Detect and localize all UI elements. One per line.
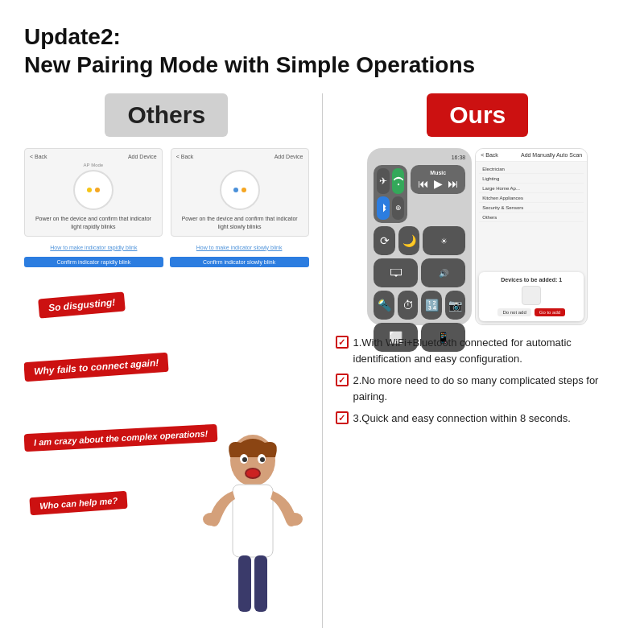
device-circle-1	[73, 170, 114, 210]
cc-time: 16:38	[374, 155, 465, 160]
go-to-add-button[interactable]: Go to add	[535, 308, 565, 316]
svg-point-2	[203, 513, 219, 526]
feature-item-1: 1.With WiFi+Bluetooth connected for auto…	[336, 335, 621, 366]
adp-title: Add Manually Auto Scan	[521, 152, 582, 158]
cc-camera-icon: 📷	[445, 291, 466, 320]
feature-check-1	[336, 336, 349, 349]
cat-4: Security & Sensors	[479, 204, 584, 213]
page: Update2: New Pairing Mode with Simple Op…	[0, 0, 644, 644]
right-panel: Ours 16:38 ✈	[323, 93, 621, 628]
cc-screen-mirror-icon	[374, 258, 418, 287]
bubble-1: So disgusting!	[38, 292, 126, 319]
adp-back: < Back	[481, 152, 498, 158]
cc-calc-icon: 🔢	[421, 291, 442, 320]
ours-label: Ours	[427, 93, 528, 137]
device-card-2: < Back Add Device Power on the device an…	[171, 148, 309, 237]
feature-text-1: 1.With WiFi+Bluetooth connected for auto…	[353, 335, 621, 366]
cc-play-icon: ▶	[434, 177, 443, 190]
cat-1: Lighting	[479, 175, 584, 184]
cc-row-2: ⟳ 🌙 ☀	[374, 226, 465, 255]
card1-header: < Back Add Device	[30, 154, 157, 159]
cc-timer-icon: ⏱	[398, 291, 419, 320]
links-row: How to make indicator rapidly blink How …	[24, 245, 309, 250]
dot-yellow	[87, 188, 92, 192]
card2-caption: Power on the device and confirm that ind…	[176, 215, 303, 231]
cc-orientation-icon: ⟳	[374, 226, 395, 255]
dot-blue	[233, 188, 238, 192]
features-list: 1.With WiFi+Bluetooth connected for auto…	[336, 335, 621, 427]
cc-airdrop-icon: ⊕	[392, 196, 405, 221]
adp-header: < Back Add Manually Auto Scan	[476, 149, 587, 162]
feature-item-2: 2.No more need to do so many complicated…	[336, 373, 621, 404]
control-center: 16:38 ✈ ⊕	[367, 148, 472, 325]
adp-popup: Devices to be added: 1 Do not add Go to …	[479, 272, 584, 321]
device-circle-2	[220, 170, 260, 210]
cc-network-tile: ✈ ⊕	[374, 165, 407, 223]
bubble-3: I am crazy about the complex operations!	[24, 424, 218, 452]
feature-item-3: 3.Quick and easy connection within 8 sec…	[336, 411, 621, 427]
dot-orange	[95, 188, 100, 192]
main-content: Others < Back Add Device AP Mode Power o…	[24, 93, 620, 628]
header: Update2: New Pairing Mode with Simple Op…	[24, 23, 620, 79]
cc-row-4: 🔦 ⏱ 🔢 📷	[374, 291, 465, 320]
device-screens: < Back Add Device AP Mode Power on the d…	[24, 148, 309, 237]
svg-rect-4	[238, 555, 251, 612]
do-not-add-button[interactable]: Do not add	[497, 308, 530, 316]
svg-point-12	[397, 184, 398, 185]
svg-point-10	[242, 457, 247, 462]
card1-caption: Power on the device and confirm that ind…	[30, 215, 157, 231]
woman-svg	[196, 435, 309, 628]
feature-text-3: 3.Quick and easy connection within 8 sec…	[353, 411, 571, 427]
add-device-panel: < Back Add Manually Auto Scan Electricia…	[475, 148, 588, 325]
cat-3: Kitchen Appliances	[479, 194, 584, 203]
feature-text-2: 2.No more need to do so many complicated…	[353, 373, 621, 404]
confirm-row: Confirm indicator rapidly blink Confirm …	[24, 257, 309, 267]
confirm-btn-2[interactable]: Confirm indicator slowly blink	[170, 257, 309, 267]
adp-device-icon	[522, 286, 541, 305]
cc-moon-icon: 🌙	[398, 226, 420, 255]
card2-header: < Back Add Device	[176, 154, 303, 159]
adp-popup-buttons: Do not add Go to add	[484, 308, 579, 316]
link1[interactable]: How to make indicator rapidly blink	[24, 245, 163, 250]
svg-rect-5	[254, 555, 267, 612]
cc-bluetooth-icon	[377, 196, 390, 221]
bubble-2: Why fails to connect again!	[24, 352, 169, 381]
adp-popup-title: Devices to be added: 1	[484, 277, 579, 283]
adp-categories: Electrician Lighting Large Home Ap... Ki…	[476, 162, 587, 269]
device-card-1: < Back Add Device AP Mode Power on the d…	[24, 148, 163, 237]
woman-area	[196, 435, 309, 628]
svg-point-7	[246, 469, 259, 477]
svg-point-3	[287, 513, 303, 526]
page-title: Update2: New Pairing Mode with Simple Op…	[24, 23, 620, 79]
cc-next-icon: ⏭	[448, 177, 459, 190]
svg-point-11	[260, 457, 265, 462]
cc-torch-icon: 🔦	[374, 291, 394, 320]
cc-volume-tile: 🔊	[421, 258, 465, 287]
cc-prev-icon: ⏮	[418, 177, 429, 190]
cat-0: Electrician	[479, 165, 584, 174]
svg-rect-1	[233, 485, 273, 557]
cc-music-tile: Music ⏮ ▶ ⏭	[411, 165, 465, 194]
link2[interactable]: How to make indicator slowly blink	[170, 245, 309, 250]
cc-airplane-icon: ✈	[377, 168, 390, 194]
others-label: Others	[105, 93, 228, 137]
feature-check-3	[336, 411, 349, 424]
bubble-4: Who can help me?	[29, 491, 127, 515]
cat-2: Large Home Ap...	[479, 184, 584, 193]
feature-check-2	[336, 374, 349, 386]
cc-row-1: ✈ ⊕ Music	[374, 165, 465, 223]
dot-orange-2	[242, 188, 246, 192]
phone-mockup-area: 16:38 ✈ ⊕	[336, 148, 621, 325]
confirm-btn-1[interactable]: Confirm indicator rapidly blink	[24, 257, 163, 267]
cc-wifi-icon	[392, 168, 405, 194]
cc-row-3: 🔊	[374, 258, 465, 287]
cc-brightness-tile: ☀	[423, 226, 465, 255]
left-bottom: So disgusting! Why fails to connect agai…	[24, 267, 309, 628]
svg-rect-13	[390, 269, 401, 275]
left-panel: Others < Back Add Device AP Mode Power o…	[24, 93, 323, 628]
cat-5: Others	[479, 213, 584, 222]
